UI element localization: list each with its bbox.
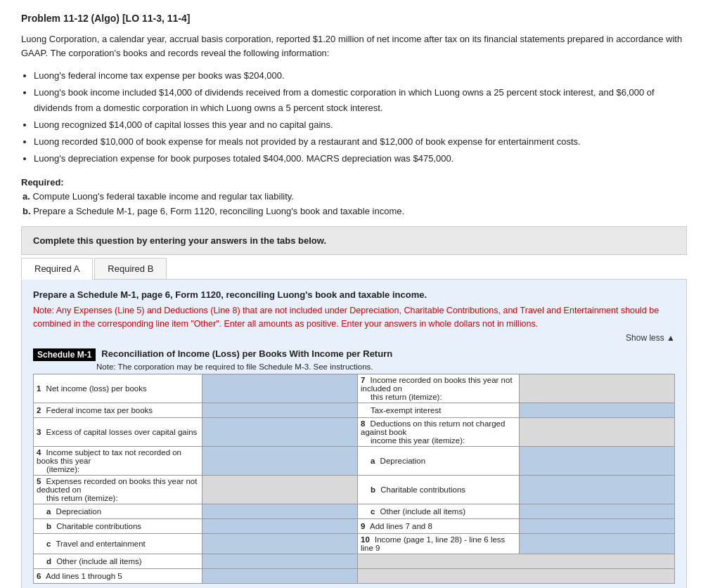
row10-value[interactable] (522, 538, 671, 549)
note-text: Note: Any Expenses (Line 5) and Deductio… (33, 304, 675, 331)
row5c-label: c Travel and entertainment (34, 534, 202, 554)
row2-value[interactable] (205, 405, 354, 416)
row7-input-right (520, 374, 675, 403)
row2-label: 2 Federal income tax per books (34, 403, 202, 418)
row1-label: 1 Net income (loss) per books (34, 374, 202, 403)
tab-required-a[interactable]: Required A (21, 258, 93, 280)
row5d-label: d Other (include all items) (34, 554, 202, 569)
row5a-input[interactable] (202, 504, 358, 519)
row5a-label: a Depreciation (34, 504, 202, 519)
content-panel: Prepare a Schedule M-1, page 6, Form 112… (21, 280, 687, 588)
intro-text: Luong Corporation, a calendar year, accr… (21, 32, 687, 60)
row8b-label: b Charitable contributions (358, 476, 520, 504)
row4-label: 4 Income subject to tax not recorded on … (34, 447, 202, 476)
schedule-badge: Schedule M-1 (33, 348, 96, 361)
row3-input[interactable] (202, 418, 358, 447)
row5d-input[interactable] (202, 554, 358, 569)
row7-label: 7 Income recorded on books this year not… (358, 374, 520, 403)
row3-value[interactable] (205, 426, 354, 438)
table-row: c Travel and entertainment 10 Income (pa… (34, 534, 675, 554)
row4-value[interactable] (205, 455, 354, 466)
row8c-input[interactable] (520, 504, 675, 519)
show-less[interactable]: Show less ▲ (33, 333, 675, 343)
row9-input[interactable] (520, 519, 675, 534)
row5c-input[interactable] (202, 534, 358, 554)
schedule-header: Schedule M-1 Reconciliation of Income (L… (33, 348, 675, 361)
row6-label: 6 Add lines 1 through 5 (34, 569, 202, 584)
row5-blank (202, 476, 358, 504)
row5c-value[interactable] (205, 538, 354, 549)
row8a-input[interactable] (520, 447, 675, 476)
bullet-item: Luong's federal income tax expense per b… (34, 68, 687, 84)
table-row: d Other (include all items) (34, 554, 675, 569)
row8b-input[interactable] (520, 476, 675, 504)
row7-taxexempt-input[interactable] (520, 403, 675, 418)
row5b-label: b Charitable contributions (34, 519, 202, 534)
schedule-note: Note: The corporation may be required to… (96, 362, 675, 371)
row7-taxexempt-label: Tax-exempt interest (358, 403, 520, 418)
schedule-m1-table: 1 Net income (loss) per books 7 Income r… (33, 374, 675, 584)
bullet-item: Luong recognized $14,000 of capital loss… (34, 117, 687, 133)
row6-input[interactable] (202, 569, 358, 584)
row9-label: 9 Add lines 7 and 8 (358, 519, 520, 534)
table-row: 1 Net income (loss) per books 7 Income r… (34, 374, 675, 403)
table-row: 4 Income subject to tax not recorded on … (34, 447, 675, 476)
tabs-container: Required A Required B (21, 255, 687, 280)
required-section: Required: a. Compute Luong's federal tax… (21, 176, 687, 219)
required-item-a: a. Compute Luong's federal taxable incom… (22, 190, 687, 204)
bullet-item: Luong's depreciation expense for book pu… (34, 151, 687, 166)
row8a-value[interactable] (522, 455, 671, 466)
complete-box: Complete this question by entering your … (21, 226, 687, 255)
schedule-title-block: Reconciliation of Income (Loss) per Book… (101, 348, 392, 359)
problem-title: Problem 11-12 (Algo) [LO 11-3, 11-4] (21, 13, 687, 24)
table-row: b Charitable contributions 9 Add lines 7… (34, 519, 675, 534)
row4-input[interactable] (202, 447, 358, 476)
row3-label: 3 Excess of capital losses over capital … (34, 418, 202, 447)
content-panel-title: Prepare a Schedule M-1, page 6, Form 112… (33, 289, 675, 300)
row5b-input[interactable] (202, 519, 358, 534)
row7-taxexempt-value[interactable] (522, 405, 671, 416)
row8-right-total (520, 418, 675, 447)
row5-label: 5 Expenses recorded on books this year n… (34, 476, 202, 504)
bullet-item: Luong recorded $10,000 of book expense f… (34, 134, 687, 150)
table-row: 5 Expenses recorded on books this year n… (34, 476, 675, 504)
row2-input[interactable] (202, 403, 358, 418)
row10-label: 10 Income (page 1, line 28) - line 6 les… (358, 534, 520, 554)
required-item-b: b. Prepare a Schedule M-1, page 6, Form … (22, 204, 687, 219)
row8c-value[interactable] (522, 506, 671, 517)
row5d-value[interactable] (205, 556, 354, 567)
table-row: 2 Federal income tax per books Tax-exemp… (34, 403, 675, 418)
row9-value[interactable] (522, 521, 671, 532)
row6-value[interactable] (205, 570, 354, 582)
table-row: 6 Add lines 1 through 5 (34, 569, 675, 584)
bullet-item: Luong's book income included $14,000 of … (34, 85, 687, 116)
row1-value[interactable] (205, 383, 354, 394)
row8b-value[interactable] (522, 484, 671, 495)
row5a-value[interactable] (205, 506, 354, 517)
row5b-value[interactable] (205, 521, 354, 532)
row8-label: 8 Deductions on this return not charged … (358, 418, 520, 447)
row10-input[interactable] (520, 534, 675, 554)
schedule-main-title: Reconciliation of Income (Loss) per Book… (101, 348, 392, 359)
tab-required-b[interactable]: Required B (94, 258, 167, 279)
table-row: 3 Excess of capital losses over capital … (34, 418, 675, 447)
row1-input[interactable] (202, 374, 358, 403)
table-row: a Depreciation c Other (include all item… (34, 504, 675, 519)
bullet-list: Luong's federal income tax expense per b… (34, 68, 687, 167)
row8a-label: a Depreciation (358, 447, 520, 476)
required-label: Required: (21, 177, 64, 188)
row8c-label: c Other (include all items) (358, 504, 520, 519)
